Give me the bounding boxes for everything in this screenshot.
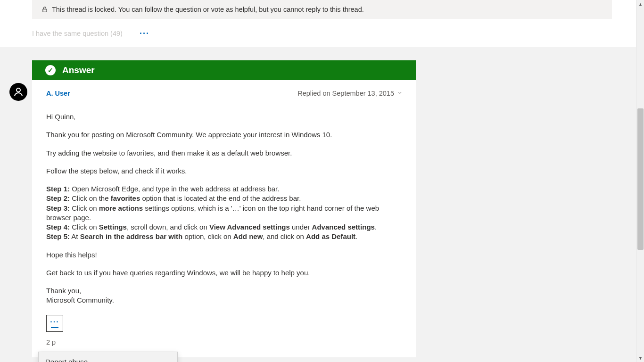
- answer-banner-label: Answer: [62, 65, 95, 75]
- post-thanks: Thank you for posting on Microsoft Commu…: [46, 130, 403, 140]
- post-step-5: Step 5: At Search in the address bar wit…: [46, 232, 403, 241]
- svg-point-1: [17, 88, 20, 92]
- locked-thread-text: This thread is locked. You can follow th…: [52, 6, 364, 13]
- post-step-2: Step 2: Click on the favorites option th…: [46, 194, 403, 203]
- actions-popup: Report abuse: [38, 352, 178, 362]
- scroll-up-icon[interactable]: ▲: [636, 0, 644, 8]
- post-hope: Hope this helps!: [46, 250, 403, 260]
- scroll-down-icon[interactable]: ▼: [636, 354, 644, 362]
- post-signoff-1: Thank you,: [46, 286, 403, 296]
- report-abuse-item[interactable]: Report abuse: [39, 352, 177, 362]
- scrollbar[interactable]: ▲ ▼: [636, 0, 644, 362]
- post-step-4: Step 4: Click on Settings, scroll down, …: [46, 222, 403, 232]
- post-content: Hi Quinn, Thank you for posting on Micro…: [46, 112, 403, 305]
- locked-thread-banner: This thread is locked. You can follow th…: [32, 0, 612, 19]
- post-advice: Try adding the website to favorites, and…: [46, 148, 403, 158]
- post-meta: A. User Replied on September 13, 2015: [46, 90, 403, 97]
- same-question-row: I have the same question (49) ···: [32, 29, 612, 38]
- answer-card: ✓ Answer A. User Replied on September 13…: [32, 60, 416, 357]
- author-link[interactable]: A. User: [46, 90, 70, 97]
- lock-icon: [41, 6, 48, 13]
- avatar[interactable]: [9, 83, 27, 101]
- post-follow: Follow the steps below, and check if it …: [46, 166, 403, 176]
- checkmark-icon: ✓: [45, 65, 56, 75]
- chevron-down-icon: [397, 90, 403, 97]
- post-step-1: Step 1: Open Microsoft Edge, and type in…: [46, 184, 403, 194]
- scrollbar-thumb[interactable]: [637, 108, 644, 250]
- answer-banner: ✓ Answer: [32, 60, 416, 80]
- post-actions-button[interactable]: ···: [46, 315, 63, 332]
- question-section: This thread is locked. You can follow th…: [0, 0, 644, 47]
- post-getback: Get back to us if you have queries regar…: [46, 268, 403, 278]
- svg-rect-0: [43, 9, 47, 12]
- replied-date[interactable]: Replied on September 13, 2015: [297, 90, 403, 97]
- helpful-count: 2 p: [46, 338, 403, 346]
- post-greeting: Hi Quinn,: [46, 112, 403, 122]
- answer-body: A. User Replied on September 13, 2015 Hi…: [32, 80, 416, 357]
- same-question-link: I have the same question (49): [32, 30, 123, 37]
- post-step-3: Step 3: Click on more actions settings o…: [46, 204, 403, 223]
- post-signoff-2: Microsoft Community.: [46, 296, 403, 305]
- more-actions-icon[interactable]: ···: [140, 29, 149, 38]
- ellipsis-icon: ···: [50, 318, 59, 326]
